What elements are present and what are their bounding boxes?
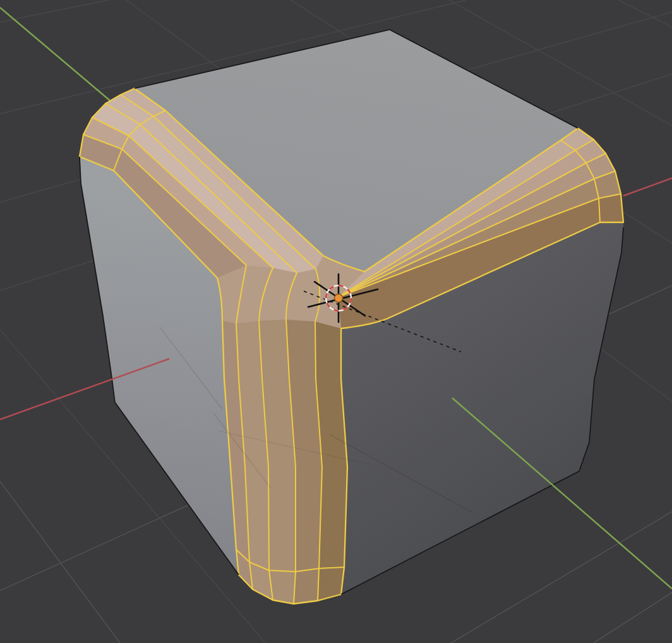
viewport-3d-canvas[interactable] bbox=[0, 0, 672, 643]
object-origin-icon[interactable] bbox=[335, 294, 343, 303]
bevel-band-vertical[interactable] bbox=[222, 320, 347, 604]
blender-viewport[interactable] bbox=[0, 0, 672, 643]
